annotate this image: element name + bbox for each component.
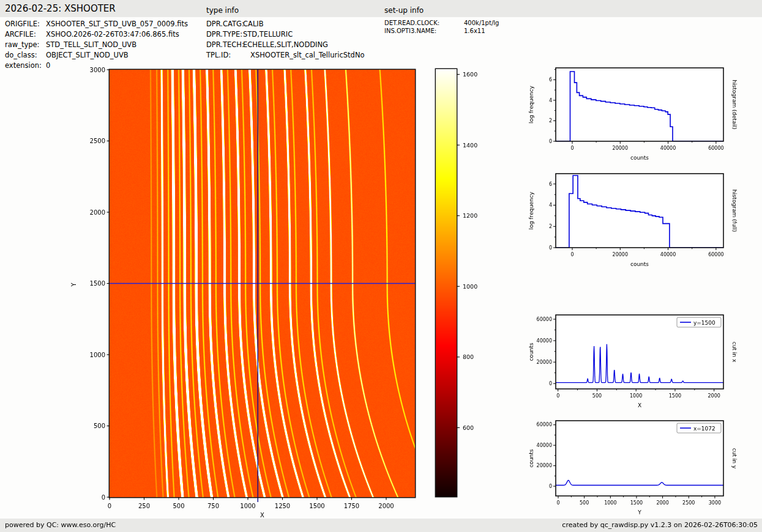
- y-tick-label: 60000: [537, 422, 552, 427]
- legend-label: y=1500: [693, 320, 715, 326]
- meta-row-tplid: TPL.ID:XSHOOTER_slt_cal_TelluricStdNo: [206, 50, 365, 61]
- y-tick-label: 40000: [537, 338, 552, 344]
- x-tick-label: 2000: [708, 393, 720, 399]
- y-tick-label: 6: [549, 77, 552, 83]
- meta-label: DPR.TECH:: [206, 40, 243, 50]
- y-tick-label: 20000: [537, 360, 552, 365]
- colorbar-tick-label: 1200: [463, 212, 477, 219]
- x-tick-label: 250: [138, 503, 150, 509]
- x-tick-label: 40000: [660, 146, 676, 151]
- x-tick-label: 1000: [604, 500, 616, 506]
- plot-background: [556, 421, 723, 496]
- type-info-block: DPR.CATG:CALIB DPR.TYPE:STD,TELLURIC DPR…: [206, 19, 365, 61]
- colorbar-tick-label: 800: [463, 353, 474, 360]
- legend-box: [677, 423, 721, 433]
- meta-label: do_class:: [5, 50, 46, 61]
- x-tick-label: 1500: [669, 393, 681, 399]
- x-tick-label: 0: [556, 393, 559, 399]
- meta-value: 400k/1pt/lg: [464, 19, 499, 27]
- y-tick-label: 2: [549, 224, 552, 229]
- plot-background: [556, 315, 723, 389]
- meta-label: TPL.ID:: [206, 50, 243, 61]
- meta-value: XSHOO.2026-02-26T03:47:06.865.fits: [46, 29, 179, 40]
- series-line: [556, 481, 723, 486]
- x-tick-label: 1000: [630, 393, 642, 399]
- x-tick-label: 40000: [660, 252, 676, 257]
- meta-label: ORIGFILE:: [5, 19, 46, 29]
- plot-yaxis-label: log frequency: [528, 191, 534, 229]
- x-tick-label: 1750: [344, 503, 359, 509]
- setup-info-header: set-up info: [384, 6, 424, 15]
- colorbar-tick-label: 1400: [463, 142, 477, 149]
- y-tick-label: 2: [549, 118, 552, 124]
- x-tick-label: 0: [570, 252, 573, 257]
- plot-right-label: histogram (full): [731, 190, 738, 232]
- meta-row-arcfile: ARCFILE:XSHOO.2026-02-26T03:47:06.865.fi…: [5, 29, 188, 40]
- x-tick-label: 2000: [656, 500, 668, 506]
- y-tick-label: 0: [549, 245, 552, 251]
- plot-frame: [556, 421, 723, 496]
- plot-frame: [556, 174, 723, 248]
- plot-background: [556, 68, 723, 141]
- x-tick-label: 500: [592, 393, 602, 399]
- legend-box: [677, 317, 721, 327]
- plot-xaxis-label: Y: [637, 509, 641, 515]
- colorbar-gradient: [436, 69, 457, 497]
- meta-label: raw_type:: [5, 40, 46, 50]
- raw-frame-heatmap: [110, 70, 415, 497]
- x-tick-label: 60000: [708, 146, 723, 151]
- y-tick-label: 20000: [537, 463, 552, 468]
- y-tick-label: 0: [549, 381, 552, 386]
- meta-row-doclass: do_class:OBJECT_SLIT_NOD_UVB: [5, 50, 188, 61]
- x-tick-label: 1000: [240, 503, 255, 509]
- meta-row-readclock: DET.READ.CLOCK:400k/1pt/lg: [384, 19, 499, 27]
- type-info-header: type info: [206, 6, 239, 15]
- series-line: [556, 175, 723, 248]
- plot-yaxis-label: counts: [528, 449, 534, 467]
- y-tick-label: 500: [94, 423, 105, 429]
- y-tick-label: 1000: [90, 352, 105, 358]
- series-line: [556, 72, 723, 141]
- meta-row-origfile: ORIGFILE:XSHOOTER_SLT_STD_UVB_057_0009.f…: [5, 19, 188, 29]
- setup-info-block: DET.READ.CLOCK:400k/1pt/lg INS.OPTI3.NAM…: [384, 19, 499, 35]
- x-tick-label: 1500: [309, 503, 324, 509]
- series-line: [556, 344, 723, 383]
- meta-value: 0: [46, 61, 50, 71]
- y-tick-label: 0: [549, 484, 552, 489]
- y-tick-label: 1500: [90, 280, 105, 287]
- plot-right-label: cut in x: [731, 342, 738, 363]
- meta-row-opti3: INS.OPTI3.NAME:1.6x11: [384, 27, 499, 35]
- legend-label: x=1072: [693, 426, 715, 432]
- x-tick-label: 20000: [613, 252, 628, 257]
- meta-row-dprcatg: DPR.CATG:CALIB: [206, 19, 365, 29]
- y-tick-label: 4: [549, 98, 552, 103]
- meta-row-dprtech: DPR.TECH:ECHELLE,SLIT,NODDING: [206, 40, 365, 50]
- meta-value: STD,TELLURIC: [243, 29, 293, 40]
- y-tick-label: 40000: [537, 443, 552, 448]
- x-tick-label: 3000: [709, 500, 721, 506]
- meta-label: extension:: [5, 61, 46, 71]
- meta-row-dprtype: DPR.TYPE:STD,TELLURIC: [206, 29, 365, 40]
- y-tick-label: 4: [549, 202, 552, 208]
- page-title: 2026-02-25: XSHOOTER: [5, 3, 116, 14]
- meta-value: 1.6x11: [464, 27, 485, 35]
- meta-label: INS.OPTI3.NAME:: [384, 27, 464, 35]
- y-tick-label: 0: [102, 494, 105, 501]
- y-tick-label: 2000: [90, 209, 105, 216]
- colorbar-tick-label: 600: [463, 424, 474, 431]
- file-info-block: ORIGFILE:XSHOOTER_SLT_STD_UVB_057_0009.f…: [5, 19, 188, 71]
- x-tick-label: 2000: [378, 503, 394, 509]
- footer-right-text: created by qc_rawdisp.py v1.2.3 on 2026-…: [562, 521, 758, 529]
- meta-value: STD_TELL_SLIT_NOD_UVB: [46, 40, 136, 50]
- meta-label: ARCFILE:: [5, 29, 46, 40]
- y-tick-label: 0: [549, 139, 552, 144]
- colorbar-tick-label: 1600: [463, 71, 477, 78]
- qc-report-page: 2026-02-25: XSHOOTER type info set-up in…: [0, 0, 762, 532]
- y-tick-label: 2500: [90, 138, 105, 144]
- plot-xaxis-label: counts: [630, 155, 649, 161]
- x-tick-label: 750: [207, 503, 219, 509]
- plot-yaxis-label: log frequency: [528, 85, 534, 123]
- image-yaxis-label: Y: [70, 283, 77, 287]
- plot-frame: [556, 68, 723, 141]
- meta-row-rawtype: raw_type:STD_TELL_SLIT_NOD_UVB: [5, 40, 188, 50]
